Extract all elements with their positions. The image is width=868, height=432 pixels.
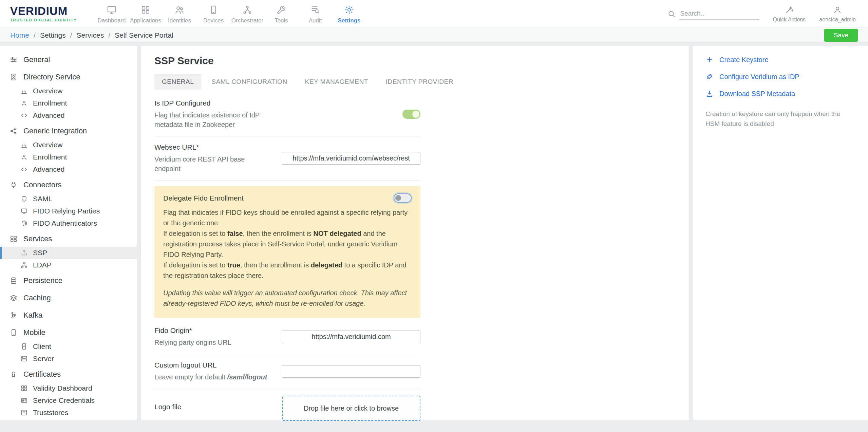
nav-item-applications[interactable]: Applications bbox=[129, 3, 163, 24]
nav-item-tools[interactable]: Tools bbox=[264, 3, 298, 24]
sidebar-item-label: Validity Dashboard bbox=[33, 384, 92, 392]
kafka-icon bbox=[10, 311, 18, 319]
sidebar-item-service-credentials[interactable]: Service Credentials bbox=[0, 394, 137, 407]
sidebar-item-connectors[interactable]: Connectors bbox=[0, 177, 137, 193]
sidebar-item-validity-dashboard[interactable]: Validity Dashboard bbox=[0, 382, 137, 394]
breadcrumb-settings[interactable]: Settings bbox=[40, 31, 66, 39]
breadcrumb-separator: / bbox=[70, 31, 72, 39]
sidebar-item-mobile-server[interactable]: Server bbox=[0, 353, 137, 365]
logo-file-description: Custom logo displayed in Self Service Po… bbox=[154, 428, 420, 432]
is-idp-configured-toggle[interactable] bbox=[402, 110, 420, 119]
sidebar-item-ds-overview[interactable]: Overview bbox=[0, 85, 137, 97]
code-icon bbox=[20, 166, 28, 173]
sidebar-item-mobile[interactable]: Mobile bbox=[0, 325, 137, 340]
sidebar-item-ds-advanced[interactable]: Advanced bbox=[0, 109, 137, 121]
breadcrumb-services[interactable]: Services bbox=[77, 31, 104, 39]
sidebar-item-services[interactable]: Services bbox=[0, 231, 137, 247]
field-label: Custom logout URL bbox=[154, 361, 272, 369]
logo-file-dropzone[interactable]: Drop file here or click to browse bbox=[282, 396, 420, 421]
sidebar-item-label: Kafka bbox=[23, 311, 42, 320]
create-keystore-link[interactable]: Create Keystore bbox=[705, 56, 856, 64]
sidebar-item-kafka[interactable]: Kafka bbox=[0, 307, 137, 323]
sidebar-item-mobile-client[interactable]: Client bbox=[0, 340, 137, 353]
nav-item-devices[interactable]: Devices bbox=[196, 3, 230, 24]
app-grid-icon bbox=[140, 5, 151, 15]
sidebar-item-ds-enrollment[interactable]: Enrollment bbox=[0, 97, 137, 109]
sidebar-item-label: General bbox=[23, 55, 50, 64]
sidebar-item-label: Connectors bbox=[23, 181, 62, 189]
tab-general[interactable]: GENERAL bbox=[154, 74, 201, 90]
action-label: Configure Veridium as IDP bbox=[719, 73, 799, 81]
fido-origin-input[interactable] bbox=[282, 331, 420, 343]
sidebar-item-gi-enrollment[interactable]: Enrollment bbox=[0, 151, 137, 163]
mobile-device-icon bbox=[208, 5, 219, 15]
sidebar-item-saml[interactable]: SAML bbox=[0, 193, 137, 205]
sidebar-item-label: Overview bbox=[33, 87, 63, 95]
sidebar-item-label: Enrollment bbox=[33, 153, 67, 161]
sidebar-item-generic-integration[interactable]: Generic Integration bbox=[0, 123, 137, 139]
tab-saml-configuration[interactable]: SAML CONFIGURATION bbox=[204, 74, 295, 90]
field-label: Delegate Fido Enrollment bbox=[163, 194, 244, 202]
sidebar-item-truststores[interactable]: Truststores bbox=[0, 407, 137, 419]
sidebar-item-label: Persistence bbox=[23, 276, 62, 285]
services-grid-icon bbox=[10, 235, 18, 243]
nav-item-identities[interactable]: Identities bbox=[163, 3, 196, 24]
field-logo-file: Logo file Drop file here or click to bro… bbox=[154, 389, 420, 428]
veridium-logo[interactable]: VERIDIUM TRUSTED DIGITAL IDENTITY bbox=[10, 5, 90, 22]
action-label: Create Keystore bbox=[719, 56, 769, 64]
sidebar-item-label: Server bbox=[33, 355, 54, 363]
user-menu[interactable]: aencica_admin bbox=[819, 5, 856, 23]
nav-item-orchestrator[interactable]: Orchestrator bbox=[230, 3, 264, 24]
sidebar-item-gi-advanced[interactable]: Advanced bbox=[0, 163, 137, 175]
sidebar-item-gi-overview[interactable]: Overview bbox=[0, 139, 137, 151]
configure-veridium-as-idp-link[interactable]: Configure Veridium as IDP bbox=[705, 73, 856, 81]
quick-actions-label: Quick Actions bbox=[773, 17, 806, 23]
sidebar-item-ssp[interactable]: SSP bbox=[0, 247, 137, 259]
field-label: Fido Origin* bbox=[154, 326, 272, 335]
sidebar-item-label: Truststores bbox=[33, 409, 68, 417]
nav-item-settings[interactable]: Settings bbox=[332, 3, 366, 24]
sidebar-item-caching[interactable]: Caching bbox=[0, 290, 137, 306]
enrollment-user-icon bbox=[20, 153, 28, 161]
tab-key-management[interactable]: KEY MANAGEMENT bbox=[298, 74, 376, 90]
nav-item-label: Dashboard bbox=[97, 17, 126, 24]
sidebar-item-persistence[interactable]: Persistence bbox=[0, 273, 137, 288]
sidebar-item-label: SAML bbox=[33, 195, 52, 203]
field-label: Websec URL* bbox=[154, 143, 272, 151]
custom-logout-url-input[interactable] bbox=[282, 365, 420, 378]
sidebar-item-fido-authenticators[interactable]: FIDO Authenticators bbox=[0, 217, 137, 229]
sidebar-item-label: Client bbox=[33, 342, 51, 351]
download-icon bbox=[705, 90, 714, 98]
download-ssp-metadata-link[interactable]: Download SSP Metadata bbox=[705, 90, 856, 98]
delegate-fido-enrollment-panel: Delegate Fido Enrollment Flag that indic… bbox=[154, 186, 420, 318]
address-book-icon bbox=[10, 73, 18, 81]
sidebar-item-label: SSP bbox=[33, 249, 47, 257]
sidebar-item-directory-service[interactable]: Directory Service bbox=[0, 69, 137, 85]
quick-actions[interactable]: Quick Actions bbox=[773, 5, 806, 23]
enrollment-user-icon bbox=[20, 99, 28, 107]
sidebar-item-signing-keystore[interactable]: Signing Keystore bbox=[0, 419, 137, 420]
breadcrumb-home[interactable]: Home bbox=[10, 31, 29, 39]
field-fido-origin: Fido Origin* Relying party origins URL bbox=[154, 320, 420, 354]
audit-log-icon bbox=[310, 5, 320, 15]
sidebar-item-ldap[interactable]: LDAP bbox=[0, 259, 137, 271]
sidebar-item-fido-relying-parties[interactable]: FIDO Relying Parties bbox=[0, 205, 137, 217]
sidebar-item-general[interactable]: General bbox=[0, 52, 137, 68]
field-label: Logo file bbox=[154, 403, 272, 411]
save-button[interactable]: Save bbox=[824, 29, 858, 42]
chart-icon bbox=[20, 141, 28, 149]
sidebar-item-label: Overview bbox=[33, 141, 63, 149]
sidebar-item-certificates[interactable]: Certificates bbox=[0, 367, 137, 382]
brand-name: VERIDIUM bbox=[10, 5, 90, 17]
nav-item-audit[interactable]: Audit bbox=[298, 3, 332, 24]
tab-identity-provider[interactable]: IDENTITY PROVIDER bbox=[378, 74, 461, 90]
layers-icon bbox=[10, 294, 18, 302]
nav-item-dashboard[interactable]: Dashboard bbox=[95, 3, 129, 24]
delegate-fido-enrollment-toggle[interactable] bbox=[394, 193, 412, 203]
field-description: Veridium core REST API base endpoint bbox=[154, 154, 272, 173]
breadcrumb-bar: Home / Settings / Services / Self Servic… bbox=[0, 28, 868, 43]
link-icon bbox=[705, 73, 714, 81]
websec-url-input[interactable] bbox=[282, 152, 420, 165]
search-input[interactable] bbox=[679, 8, 759, 20]
field-description: Flag that indicates existence of IdP met… bbox=[154, 110, 272, 129]
